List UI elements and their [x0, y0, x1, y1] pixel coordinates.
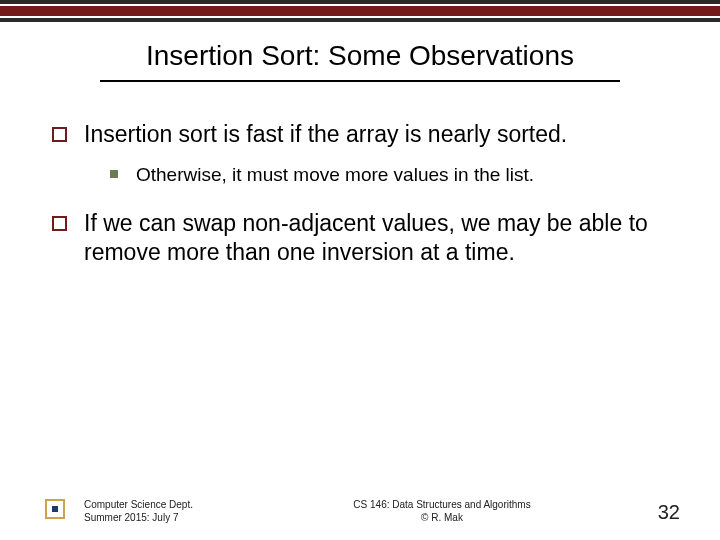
footer-left-line2: Summer 2015: July 7 [84, 511, 244, 524]
bullet-2-text: If we can swap non-adjacent values, we m… [84, 210, 648, 265]
bullet-1-text: Insertion sort is fast if the array is n… [84, 121, 567, 147]
slide-body: Insertion sort is fast if the array is n… [0, 92, 720, 540]
footer-left: Computer Science Dept. Summer 2015: July… [84, 498, 244, 524]
bullet-2: If we can swap non-adjacent values, we m… [48, 209, 660, 267]
top-decorative-bar [0, 0, 720, 22]
sjsu-logo-icon [40, 494, 70, 524]
bullet-1-sub-1-text: Otherwise, it must move more values in t… [136, 164, 534, 185]
title-block: Insertion Sort: Some Observations [0, 22, 720, 92]
slide-title: Insertion Sort: Some Observations [60, 40, 660, 72]
bullet-1-sub-1: Otherwise, it must move more values in t… [110, 163, 660, 188]
slide-footer: Computer Science Dept. Summer 2015: July… [0, 494, 720, 524]
svg-rect-1 [52, 506, 58, 512]
title-underline [100, 80, 620, 82]
bullet-1: Insertion sort is fast if the array is n… [48, 120, 660, 187]
footer-center-line2: © R. Mak [244, 511, 640, 524]
slide: Insertion Sort: Some Observations Insert… [0, 0, 720, 540]
footer-center-line1: CS 146: Data Structures and Algorithms [244, 498, 640, 511]
footer-center: CS 146: Data Structures and Algorithms ©… [244, 498, 640, 524]
page-number: 32 [640, 501, 680, 524]
footer-left-line1: Computer Science Dept. [84, 498, 244, 511]
